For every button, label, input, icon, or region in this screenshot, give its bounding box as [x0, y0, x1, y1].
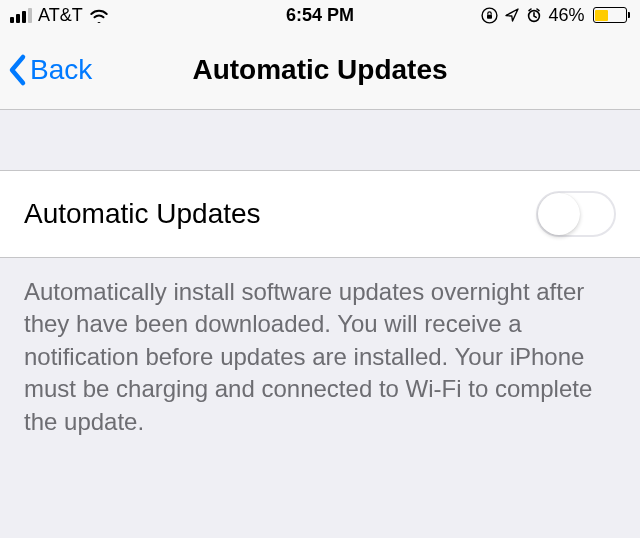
- automatic-updates-label: Automatic Updates: [24, 198, 261, 230]
- rotation-lock-icon: [481, 7, 498, 24]
- page-title: Automatic Updates: [192, 54, 447, 86]
- back-label: Back: [30, 54, 92, 86]
- toggle-knob: [538, 193, 580, 235]
- carrier-label: AT&T: [38, 5, 83, 26]
- status-right: 46%: [481, 5, 630, 26]
- setting-footer-text: Automatically install software updates o…: [0, 258, 640, 456]
- back-button[interactable]: Back: [8, 53, 92, 87]
- status-bar: AT&T 6:54 PM: [0, 0, 640, 30]
- alarm-icon: [526, 7, 542, 23]
- status-time: 6:54 PM: [286, 5, 354, 26]
- chevron-left-icon: [8, 53, 28, 87]
- status-left: AT&T: [10, 5, 109, 26]
- automatic-updates-row: Automatic Updates: [0, 170, 640, 258]
- battery-fill: [595, 10, 608, 21]
- automatic-updates-toggle[interactable]: [536, 191, 616, 237]
- cellular-signal-icon: [10, 7, 32, 23]
- battery-icon: [593, 7, 631, 23]
- content-area: Automatic Updates Automatically install …: [0, 110, 640, 456]
- wifi-icon: [89, 8, 109, 23]
- battery-percent-label: 46%: [548, 5, 584, 26]
- nav-bar: Back Automatic Updates: [0, 30, 640, 110]
- location-icon: [504, 7, 520, 23]
- svg-rect-1: [487, 14, 492, 18]
